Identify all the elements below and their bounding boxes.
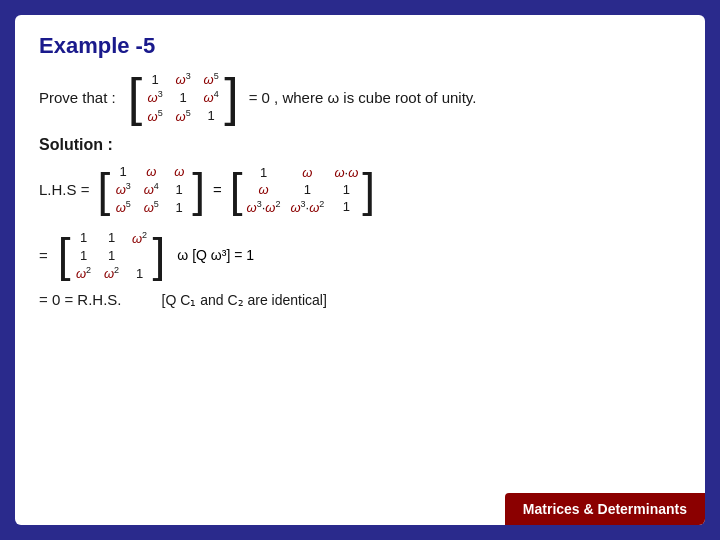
cell-11: 1	[146, 72, 164, 87]
m2-13: ω·ω	[334, 165, 358, 180]
m3-13: ω2	[131, 230, 149, 246]
m2-33: 1	[334, 199, 358, 214]
bottom-section: = 0 = R.H.S. [Q C₁ and C₂ are identical]	[39, 291, 681, 308]
cell-13: ω5	[202, 71, 220, 87]
lhs-matrix2: [ 1 ω ω·ω ω 1 1 ω3·ω2 ω3·ω2 1 ]	[230, 163, 375, 217]
solution-label: Solution :	[39, 136, 681, 154]
m1-12: ω	[142, 164, 160, 179]
m2-21: ω	[247, 182, 281, 197]
cell-22: 1	[174, 90, 192, 105]
m3-bracket-right: ]	[153, 232, 166, 278]
m3-21: 1	[75, 248, 93, 263]
cell-21: ω3	[146, 89, 164, 105]
m3-31: ω2	[75, 265, 93, 281]
footer-badge: Matrices & Determinants	[505, 493, 705, 525]
m2-grid: 1 ω ω·ω ω 1 1 ω3·ω2 ω3·ω2 1	[243, 163, 363, 217]
m1-bracket-left: [	[97, 167, 110, 213]
lhs-label: L.H.S =	[39, 181, 89, 198]
m2-bracket-right: ]	[362, 167, 375, 213]
prove-matrix: [ 1 ω3 ω5 ω3 1 ω4 ω5 ω5 1 ]	[128, 69, 239, 126]
matrix3: [ 1 1 ω2 1 1 ω2 ω2 1 ]	[58, 228, 166, 284]
m2-23: 1	[334, 182, 358, 197]
m2-bracket-left: [	[230, 167, 243, 213]
cell-32: ω5	[174, 108, 192, 124]
prove-condition: = 0 , where ω is cube root of unity.	[249, 89, 477, 106]
matrix-grid: 1 ω3 ω5 ω3 1 ω4 ω5 ω5 1	[142, 69, 224, 126]
m1-23: 1	[170, 182, 188, 197]
m2-12: ω	[290, 165, 324, 180]
m1-32: ω5	[142, 199, 160, 215]
lhs-section: L.H.S = [ 1 ω ω ω3 ω4 1 ω5 ω5 1 ] = [ 1 …	[39, 162, 681, 218]
result-text: = 0 = R.H.S.	[39, 291, 122, 308]
step-eq: =	[39, 247, 48, 264]
bracket-left: [	[128, 71, 142, 123]
m1-11: 1	[114, 164, 132, 179]
m2-32: ω3·ω2	[290, 199, 324, 215]
m3-11: 1	[75, 230, 93, 245]
m1-grid: 1 ω ω ω3 ω4 1 ω5 ω5 1	[110, 162, 192, 218]
cell-12: ω3	[174, 71, 192, 87]
eq-sign1: =	[213, 181, 222, 198]
bracket-note: [Q C₁ and C₂ are identical]	[162, 292, 327, 308]
m3-32: ω2	[103, 265, 121, 281]
example-title: Example -5	[39, 33, 681, 59]
main-card: Example -5 Prove that : [ 1 ω3 ω5 ω3 1 ω…	[15, 15, 705, 525]
bracket-right: ]	[224, 71, 238, 123]
lhs-matrix1: [ 1 ω ω ω3 ω4 1 ω5 ω5 1 ]	[97, 162, 205, 218]
m3-grid: 1 1 ω2 1 1 ω2 ω2 1	[71, 228, 153, 284]
m1-21: ω3	[114, 181, 132, 197]
prove-line: Prove that : [ 1 ω3 ω5 ω3 1 ω4 ω5 ω5 1 ]…	[39, 69, 681, 126]
m2-22: 1	[290, 182, 324, 197]
m1-31: ω5	[114, 199, 132, 215]
mid-row: = [ 1 1 ω2 1 1 ω2 ω2 1 ] ω [Q ω³] = 1	[39, 228, 681, 284]
prove-text: Prove that :	[39, 89, 116, 106]
m1-bracket-right: ]	[192, 167, 205, 213]
m1-13: ω	[170, 164, 188, 179]
m3-33: 1	[131, 266, 149, 281]
cell-33: 1	[202, 108, 220, 123]
cell-31: ω5	[146, 108, 164, 124]
m2-31: ω3·ω2	[247, 199, 281, 215]
q-expression: ω [Q ω³] = 1	[177, 247, 254, 263]
m3-12: 1	[103, 230, 121, 245]
m3-22: 1	[103, 248, 121, 263]
m3-bracket-left: [	[58, 232, 71, 278]
m1-33: 1	[170, 200, 188, 215]
cell-23: ω4	[202, 89, 220, 105]
m2-11: 1	[247, 165, 281, 180]
m1-22: ω4	[142, 181, 160, 197]
